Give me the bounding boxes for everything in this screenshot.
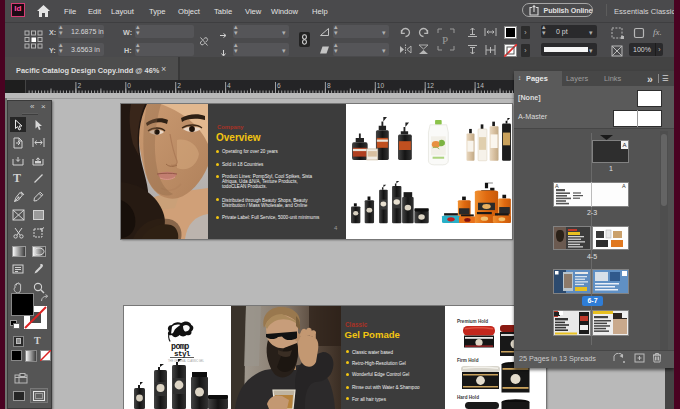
svg-text:8: 8 [326, 82, 330, 89]
svg-text:12: 12 [426, 82, 434, 89]
svg-text:Premium Hold: Premium Hold [457, 319, 488, 324]
svg-text:6: 6 [277, 82, 281, 89]
svg-text:0: 0 [127, 82, 131, 89]
svg-text:2: 2 [77, 82, 81, 89]
svg-text:4: 4 [227, 82, 231, 89]
svg-text:Firm Hold: Firm Hold [457, 358, 479, 363]
svg-text:Hard Hold: Hard Hold [457, 395, 479, 400]
svg-text:10: 10 [376, 82, 384, 89]
svg-text:THE ORIGINAL CLASSIC GEL: THE ORIGINAL CLASSIC GEL [168, 359, 204, 363]
svg-text:14: 14 [476, 82, 484, 89]
svg-text:styl: styl [174, 350, 191, 358]
svg-text:2: 2 [177, 82, 181, 89]
svg-text:P: P [442, 34, 448, 46]
